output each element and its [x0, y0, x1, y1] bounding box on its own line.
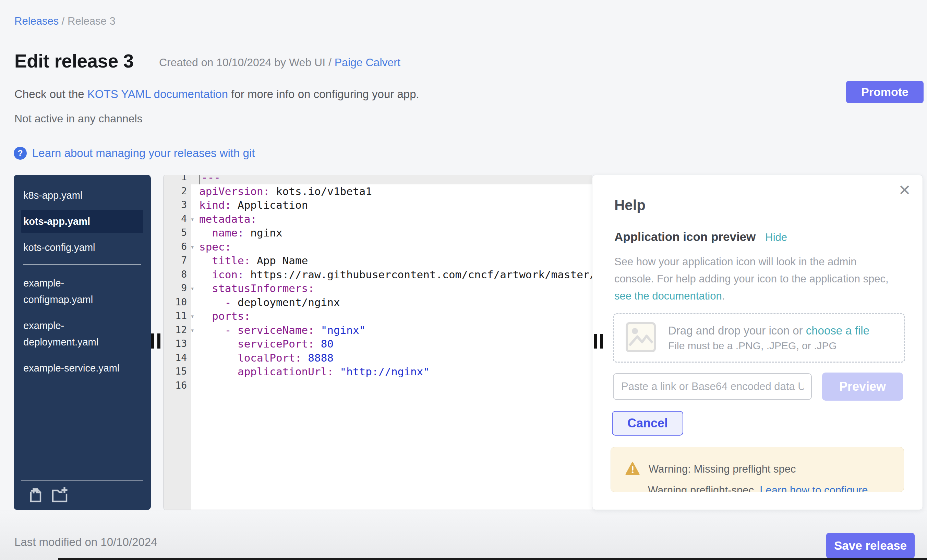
file-tree-item[interactable]: example-deployment.yaml — [21, 314, 128, 354]
line-number: 7 — [164, 253, 191, 268]
line-number: 2 — [164, 184, 191, 199]
file-tree-item[interactable]: example-service.yaml — [21, 357, 128, 380]
hide-link[interactable]: Hide — [765, 231, 787, 244]
line-number: 10 — [164, 296, 191, 310]
code-line-content: kind: Application — [191, 198, 592, 212]
line-number: 11▾ — [164, 309, 191, 323]
created-line: Created on 10/10/2024 by Web UI / Paige … — [159, 56, 400, 69]
see-documentation-link[interactable]: see the documentation — [614, 290, 722, 302]
code-line[interactable]: 1--- — [164, 175, 592, 184]
sidebar-bottom-divider — [21, 481, 143, 481]
sidebar-resize-handle[interactable] — [151, 334, 160, 349]
code-line[interactable]: 5 name: nginx — [164, 226, 592, 240]
file-tree-list: k8s-app.yamlkots-app.yamlkots-config.yam… — [14, 175, 151, 380]
yaml-editor[interactable]: 1---2apiVersion: kots.io/v1beta13kind: A… — [163, 175, 592, 510]
help-panel-resize-handle[interactable] — [594, 334, 603, 349]
choose-a-file-link[interactable]: choose a file — [806, 324, 869, 337]
line-number: 1 — [164, 175, 191, 184]
code-line[interactable]: 16 — [164, 379, 592, 393]
code-line-content — [191, 379, 592, 393]
code-line-content: statusInformers: — [191, 281, 592, 296]
code-line[interactable]: 9▾ statusInformers: — [164, 281, 592, 296]
code-line-content: - deployment/nginx — [191, 296, 592, 310]
code-line[interactable]: 4▾metadata: — [164, 212, 592, 226]
line-number: 15 — [164, 365, 191, 379]
new-file-button[interactable] — [27, 487, 44, 504]
code-line[interactable]: 6▾spec: — [164, 240, 592, 254]
warning-triangle-icon — [625, 461, 640, 477]
code-line-content: ports: — [191, 309, 592, 323]
line-number: 12▾ — [164, 323, 191, 337]
fold-arrow-icon[interactable]: ▾ — [191, 323, 195, 337]
save-release-button[interactable]: Save release — [826, 533, 915, 558]
learn-how-to-configure-link[interactable]: Learn how to configure — [760, 484, 868, 492]
last-modified-text: Last modified on 10/10/2024 — [14, 536, 157, 549]
doc-line: Check out the KOTS YAML documentation fo… — [14, 88, 419, 101]
code-line-content: name: nginx — [191, 226, 592, 240]
breadcrumb-current: Release 3 — [68, 15, 115, 27]
fold-arrow-icon[interactable]: ▾ — [191, 240, 195, 254]
icon-url-input[interactable] — [613, 373, 812, 400]
breadcrumb-separator: / — [59, 15, 68, 27]
footer-bar: Last modified on 10/10/2024 Save release — [0, 511, 927, 560]
code-line[interactable]: 15 applicationUrl: "http://nginx" — [164, 365, 592, 379]
code-line[interactable]: 13 servicePort: 80 — [164, 337, 592, 351]
code-line[interactable]: 2apiVersion: kots.io/v1beta1 — [164, 184, 592, 199]
channels-status: Not active in any channels — [14, 112, 143, 125]
created-text: Created on 10/10/2024 by Web UI / — [159, 56, 334, 68]
cancel-button[interactable]: Cancel — [612, 411, 683, 436]
author-link[interactable]: Paige Calvert — [334, 56, 400, 68]
page-title: Edit release 3 — [14, 50, 134, 72]
git-help-label: Learn about managing your releases with … — [32, 147, 255, 160]
close-icon[interactable]: ✕ — [898, 183, 911, 198]
code-line[interactable]: 11▾ ports: — [164, 309, 592, 323]
new-file-icon — [27, 499, 44, 504]
code-line-content: --- — [191, 175, 592, 184]
doc-line-post: for more info on configuring your app. — [228, 88, 419, 100]
code-line-content: spec: — [191, 240, 592, 254]
promote-button[interactable]: Promote — [846, 81, 924, 103]
warning-detail: Warning preflight-spec. Learn how to con… — [648, 484, 868, 492]
breadcrumb-releases-link[interactable]: Releases — [14, 15, 59, 27]
fold-arrow-icon[interactable]: ▾ — [191, 281, 195, 296]
icon-dropzone[interactable]: Drag and drop your icon or choose a file… — [613, 313, 905, 363]
preview-button[interactable]: Preview — [822, 373, 903, 401]
file-tree-item[interactable]: kots-app.yaml — [21, 210, 143, 233]
file-tree-item[interactable]: k8s-app.yaml — [21, 184, 128, 207]
code-line[interactable]: 12▾ - serviceName: "nginx" — [164, 323, 592, 337]
preflight-warning-box: Warning: Missing preflight spec Warning … — [611, 447, 904, 492]
help-panel: ✕ Help Application icon preview Hide See… — [592, 175, 923, 510]
line-number: 8 — [164, 268, 191, 282]
edit-release-page: Releases / Release 3 Edit release 3 Crea… — [0, 0, 927, 560]
kots-yaml-doc-link[interactable]: KOTS YAML documentation — [87, 88, 228, 100]
line-number: 4▾ — [164, 212, 191, 226]
code-line-content: servicePort: 80 — [191, 337, 592, 351]
line-number: 9▾ — [164, 281, 191, 296]
fold-arrow-icon[interactable]: ▾ — [191, 212, 195, 226]
code-line[interactable]: 7 title: App Name — [164, 253, 592, 268]
doc-line-pre: Check out the — [14, 88, 87, 100]
file-tree-item[interactable]: example-configmap.yaml — [21, 272, 128, 311]
icon-preview-section-header: Application icon preview Hide — [614, 230, 787, 244]
line-number: 16 — [164, 379, 191, 393]
line-number: 14 — [164, 351, 191, 365]
code-line[interactable]: 10 - deployment/nginx — [164, 296, 592, 310]
code-line[interactable]: 3kind: Application — [164, 198, 592, 212]
code-line-content: icon: https://raw.githubusercontent.com/… — [191, 268, 592, 282]
help-panel-title: Help — [614, 197, 646, 214]
code-line[interactable]: 14 localPort: 8888 — [164, 351, 592, 365]
line-number: 6▾ — [164, 240, 191, 254]
description-text: See how your application icon will look … — [614, 256, 889, 285]
dropzone-line1: Drag and drop your icon or choose a file — [668, 324, 869, 337]
code-line-content: title: App Name — [191, 253, 592, 268]
new-folder-button[interactable] — [51, 487, 68, 504]
line-number: 3 — [164, 198, 191, 212]
code-line-content: applicationUrl: "http://nginx" — [191, 365, 592, 379]
fold-arrow-icon[interactable]: ▾ — [191, 309, 195, 323]
git-help-link[interactable]: ? Learn about managing your releases wit… — [14, 147, 255, 160]
code-line-content: localPort: 8888 — [191, 351, 592, 365]
file-tree-item[interactable]: kots-config.yaml — [21, 236, 128, 259]
code-line[interactable]: 8 icon: https://raw.githubusercontent.co… — [164, 268, 592, 282]
image-placeholder-icon — [625, 322, 656, 354]
window-bottom-edge — [58, 558, 927, 560]
